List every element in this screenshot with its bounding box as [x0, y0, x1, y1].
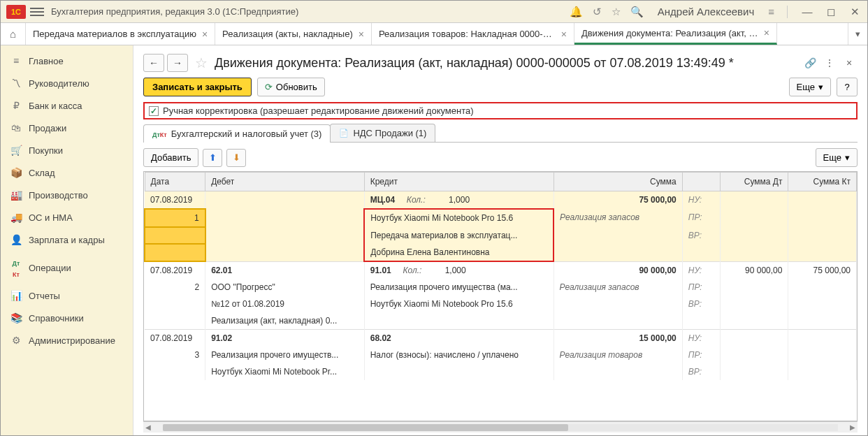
ruble-icon: ₽	[10, 100, 22, 111]
tab-accounting[interactable]: ДтКт Бухгалтерский и налоговый учет (3)	[143, 124, 331, 143]
cell-debit-line[interactable]: Реализация (акт, накладная) 0...	[205, 312, 365, 330]
sidebar-item-main[interactable]: ≡Главное	[1, 50, 133, 72]
col-credit[interactable]: Кредит	[364, 173, 554, 191]
tab-vat[interactable]: 📄 НДС Продажи (1)	[330, 124, 435, 142]
col-type[interactable]	[682, 173, 720, 191]
move-up-button[interactable]: ⬆	[203, 149, 222, 167]
sidebar-item-os-nma[interactable]: 🚚ОС и НМА	[1, 206, 133, 228]
sidebar-item-purchases[interactable]: 🛒Покупки	[1, 139, 133, 161]
entries-table[interactable]: Дата Дебет Кредит Сумма Сумма Дт Сумма К…	[143, 171, 858, 421]
cell-row-num[interactable]: 2	[145, 279, 205, 296]
sidebar-item-sales[interactable]: 🛍Продажи	[1, 117, 133, 139]
refresh-icon: ⟳	[265, 82, 273, 92]
cell-sum-dt[interactable]: 90 000,00	[720, 261, 788, 279]
close-icon[interactable]: ×	[359, 29, 364, 40]
cell-row-num[interactable]: 3	[145, 347, 205, 363]
move-down-button[interactable]: ⬇	[226, 149, 246, 167]
col-sum-kt[interactable]: Сумма Кт	[788, 173, 857, 191]
cell-sum[interactable]: 15 000,00	[554, 330, 682, 347]
cell-credit-acc[interactable]: 68.02	[364, 330, 554, 347]
cell-sum-note: Реализация запасов	[554, 209, 682, 227]
close-icon[interactable]: ×	[561, 29, 567, 40]
save-close-button[interactable]: Записать и закрыть	[143, 78, 252, 96]
cell-debit-line[interactable]: №12 от 01.08.2019	[205, 296, 365, 312]
cell-debit-line[interactable]: Реализация прочего имуществ...	[205, 347, 365, 363]
link-icon[interactable]: 🔗	[802, 57, 818, 68]
cell-credit-acc[interactable]: МЦ.04 Кол.: 1,000	[364, 191, 554, 210]
cell-debit-line[interactable]: ООО "Прогресс"	[205, 279, 365, 296]
sidebar-item-salary[interactable]: 👤Зарплата и кадры	[1, 228, 133, 251]
cell-sum-kt[interactable]: 75 000,00	[788, 261, 857, 279]
sidebar-item-reference[interactable]: 📚Справочники	[1, 307, 133, 329]
cell-credit-line[interactable]: Ноутбук Xiaomi Mi Notebook Pro 15.6	[364, 209, 554, 227]
maximize-button[interactable]: ◻	[824, 6, 838, 18]
cell-debit-acc[interactable]: 91.02	[205, 330, 365, 347]
sidebar-item-production[interactable]: 🏭Производство	[1, 184, 133, 206]
more-menu-icon[interactable]: ⋮	[821, 57, 838, 68]
minimize-button[interactable]: —	[800, 6, 814, 17]
sidebar-item-operations[interactable]: ДтКтОперации	[1, 251, 133, 284]
sidebar-item-manager[interactable]: 〽Руководителю	[1, 72, 133, 94]
search-icon[interactable]: 🔍	[630, 6, 644, 18]
manual-edit-checkbox-row[interactable]: ✓ Ручная корректировка (разрешает редакт…	[143, 102, 858, 119]
cell-sum[interactable]: 90 000,00	[554, 261, 682, 279]
cell-debit-line[interactable]	[205, 227, 365, 244]
sidebar-item-bank[interactable]: ₽Банк и касса	[1, 94, 133, 117]
close-button[interactable]: ✕	[848, 6, 862, 18]
cell-row-num[interactable]: 1	[145, 209, 205, 227]
col-debit[interactable]: Дебет	[205, 173, 365, 191]
cell-sum-dt[interactable]	[720, 330, 788, 347]
tabs-dropdown[interactable]: ▾	[848, 23, 867, 45]
cell-date[interactable]: 07.08.2019	[145, 261, 205, 279]
close-icon[interactable]: ×	[764, 27, 769, 38]
more-button[interactable]: Еще ▾	[789, 78, 831, 96]
cell-credit-line[interactable]: Добрина Елена Валентиновна	[364, 244, 554, 261]
col-date[interactable]: Дата	[145, 173, 205, 191]
add-button[interactable]: Добавить	[143, 148, 198, 167]
cell-credit-line[interactable]	[364, 312, 554, 330]
help-button[interactable]: ?	[837, 78, 858, 96]
sidebar-item-admin[interactable]: ⚙Администрирование	[1, 329, 133, 351]
cell-credit-line[interactable]: Реализация прочего имущества (ма...	[364, 279, 554, 296]
tab-1[interactable]: Реализация (акты, накладные)×	[215, 23, 372, 45]
history-icon[interactable]: ↺	[593, 6, 602, 18]
sidebar-item-reports[interactable]: 📊Отчеты	[1, 284, 133, 307]
cell-credit-line[interactable]: Передача материалов в эксплуатац...	[364, 227, 554, 244]
cell-sum-dt[interactable]	[720, 191, 788, 210]
refresh-button[interactable]: ⟳Обновить	[257, 78, 325, 96]
cell-sum-kt[interactable]	[788, 191, 857, 210]
checkbox-checked-icon[interactable]: ✓	[149, 106, 159, 116]
menu-icon[interactable]	[30, 5, 44, 19]
settings-icon[interactable]: ≡	[768, 6, 774, 17]
close-content-icon[interactable]: ×	[841, 57, 858, 68]
cell-debit-acc[interactable]: 62.01	[205, 261, 365, 279]
star-icon[interactable]: ☆	[612, 6, 621, 18]
bell-icon[interactable]: 🔔	[570, 6, 583, 18]
cell-sum-kt[interactable]	[788, 330, 857, 347]
cell-debit-line[interactable]	[205, 209, 365, 227]
tab-0[interactable]: Передача материалов в эксплуатацию×	[26, 23, 215, 45]
cell-credit-line[interactable]	[364, 363, 554, 380]
cell-sum[interactable]: 75 000,00	[554, 191, 682, 210]
sidebar-item-warehouse[interactable]: 📦Склад	[1, 161, 133, 184]
tab-3[interactable]: Движения документа: Реализация (акт, нак…	[574, 23, 777, 45]
col-sum-dt[interactable]: Сумма Дт	[720, 173, 788, 191]
cell-debit-line[interactable]: Ноутбук Xiaomi Mi Notebook Pr...	[205, 363, 365, 380]
cell-date[interactable]: 07.08.2019	[145, 191, 205, 210]
cell-credit-acc[interactable]: 91.01 Кол.: 1,000	[364, 261, 554, 279]
cell-date[interactable]: 07.08.2019	[145, 330, 205, 347]
cell-debit-acc[interactable]	[205, 191, 365, 210]
close-icon[interactable]: ×	[202, 29, 208, 40]
table-more-button[interactable]: Еще ▾	[816, 148, 858, 167]
col-sum[interactable]: Сумма	[554, 173, 682, 191]
back-button[interactable]: ←	[143, 54, 164, 72]
cell-debit-line[interactable]	[205, 244, 365, 261]
horizontal-scrollbar[interactable]: ◀▶	[143, 421, 858, 433]
cell-credit-line[interactable]: Ноутбук Xiaomi Mi Notebook Pro 15.6	[364, 296, 554, 312]
home-tab[interactable]: ⌂	[1, 23, 26, 45]
cell-credit-line[interactable]: Налог (взносы): начислено / уплачено	[364, 347, 554, 363]
favorite-icon[interactable]: ☆	[195, 54, 208, 71]
forward-button[interactable]: →	[167, 54, 188, 72]
user-name[interactable]: Андрей Алексеевич	[658, 6, 754, 17]
tab-2[interactable]: Реализация товаров: Накладная 0000-00000…	[372, 23, 574, 45]
